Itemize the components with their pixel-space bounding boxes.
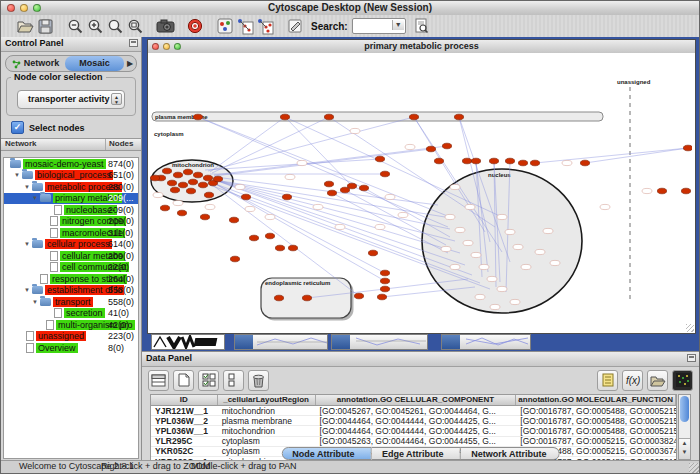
save-session-icon[interactable] xyxy=(35,17,55,36)
attribute-browser-tab[interactable]: Edge Attribute Browser xyxy=(372,447,461,460)
graph-node[interactable] xyxy=(454,114,463,120)
tab-mosaic[interactable]: Mosaic xyxy=(65,56,124,71)
tree-row[interactable]: nucleobase-209(0) xyxy=(4,204,138,216)
tree-row[interactable]: ▼transport558(0) xyxy=(4,296,138,308)
enhanced-search-icon[interactable] xyxy=(412,17,432,36)
tree-column-nodes[interactable]: Nodes xyxy=(105,139,133,150)
vizmapper-icon[interactable] xyxy=(215,17,235,36)
float-data-panel-icon[interactable] xyxy=(687,354,696,362)
graph-node[interactable] xyxy=(550,260,560,265)
tree-row[interactable]: ▼primary metabol209(... xyxy=(4,193,138,205)
graph-node[interactable] xyxy=(683,145,692,151)
tree-row[interactable]: macromolecule311(0) xyxy=(4,227,138,239)
graph-node[interactable] xyxy=(487,276,497,281)
minimized-frame-2[interactable] xyxy=(331,334,428,350)
table-row[interactable]: YJR121W__1mitochondrion[GO:0045267, GO:0… xyxy=(151,406,676,416)
graph-node[interactable] xyxy=(213,176,222,182)
graph-node[interactable] xyxy=(600,204,610,209)
tree-row[interactable]: unassigned223(0) xyxy=(4,331,138,343)
tree-expander-icon[interactable]: ▼ xyxy=(22,241,32,247)
graph-node[interactable] xyxy=(426,146,435,152)
graph-node[interactable] xyxy=(167,180,176,186)
graph-node[interactable] xyxy=(324,181,333,187)
graph-node[interactable] xyxy=(385,194,395,199)
delete-attribute-icon[interactable] xyxy=(248,370,269,391)
graph-node[interactable] xyxy=(497,214,507,219)
open-session-icon[interactable] xyxy=(15,17,35,36)
tree-row[interactable]: cell communicat22(0) xyxy=(4,262,138,274)
graph-node[interactable] xyxy=(340,187,349,193)
graph-node[interactable] xyxy=(245,206,255,211)
graph-node[interactable] xyxy=(442,143,451,149)
attribute-matrix-icon[interactable] xyxy=(672,370,693,391)
attribute-browser-tab[interactable]: Node Attribute Browser xyxy=(281,447,372,460)
graph-node[interactable] xyxy=(471,158,480,164)
network-view-frame[interactable]: primary metabolic process plasma membran… xyxy=(147,39,696,334)
graph-node[interactable] xyxy=(204,192,213,198)
tab-overflow-arrow-icon[interactable]: ▶ xyxy=(124,59,136,68)
float-panel-icon[interactable] xyxy=(129,39,138,47)
graph-node[interactable] xyxy=(302,295,311,301)
graph-node[interactable] xyxy=(188,179,197,185)
network-canvas[interactable]: plasma membrane cytoplasm nucleus mitoch… xyxy=(148,53,695,333)
table-column-header[interactable]: ID xyxy=(151,395,218,405)
table-row[interactable]: YPL036W__1mitochondrion[GO:0044464, GO:0… xyxy=(151,426,676,436)
import-attributes-icon[interactable] xyxy=(647,370,668,391)
tree-row[interactable]: ▼cellular process614(0) xyxy=(4,239,138,251)
help-icon[interactable] xyxy=(185,17,205,36)
graph-node[interactable] xyxy=(510,299,520,304)
graph-node[interactable] xyxy=(505,158,514,164)
graph-node[interactable] xyxy=(265,214,275,219)
graph-node[interactable] xyxy=(521,264,531,269)
tree-row[interactable]: Overview8(0) xyxy=(4,342,138,354)
graph-node[interactable] xyxy=(193,114,202,120)
search-dropdown-arrow-icon[interactable]: ▼ xyxy=(392,20,404,30)
graph-node[interactable] xyxy=(475,294,485,299)
graph-node[interactable] xyxy=(173,200,183,205)
graph-node[interactable] xyxy=(465,204,475,209)
select-nodes-checkbox[interactable]: ✓ xyxy=(11,121,24,134)
graph-node[interactable] xyxy=(375,224,385,229)
graph-node[interactable] xyxy=(463,240,473,245)
graph-node[interactable] xyxy=(324,114,333,120)
graph-node[interactable] xyxy=(193,172,202,178)
graph-node[interactable] xyxy=(409,114,418,120)
window-titlebar[interactable]: Cytoscape Desktop (New Session) xyxy=(1,1,699,16)
graph-node[interactable] xyxy=(162,168,171,174)
tree-column-network[interactable]: Network xyxy=(5,139,37,148)
graph-node[interactable] xyxy=(530,160,539,166)
background-frame-logo[interactable] xyxy=(151,334,225,350)
graph-node[interactable] xyxy=(297,160,307,165)
graph-node[interactable] xyxy=(235,184,245,189)
graph-node[interactable] xyxy=(450,184,460,189)
zoom-in-icon[interactable] xyxy=(85,17,105,36)
table-column-header[interactable]: annotation.GO CELLULAR_COMPONENT xyxy=(316,395,517,405)
search-input[interactable]: ▼ xyxy=(352,18,406,34)
graph-node[interactable] xyxy=(241,194,250,200)
table-column-header[interactable]: _cellularLayoutRegion xyxy=(218,395,316,405)
graph-node[interactable] xyxy=(377,294,386,300)
tree-row[interactable]: multi-organism pro42(0) xyxy=(4,319,138,331)
graph-node[interactable] xyxy=(359,185,368,191)
minimized-frame-3[interactable] xyxy=(441,334,531,350)
graph-node[interactable] xyxy=(380,278,389,284)
unselect-all-attributes-icon[interactable] xyxy=(223,370,244,391)
graph-node[interactable] xyxy=(490,304,500,309)
attribute-list-icon[interactable] xyxy=(597,370,618,391)
graph-node[interactable] xyxy=(471,252,481,257)
select-all-attributes-icon[interactable] xyxy=(198,370,219,391)
minimized-frame-1[interactable] xyxy=(234,334,328,350)
zoom-out-icon[interactable] xyxy=(65,17,85,36)
graph-node[interactable] xyxy=(489,158,498,164)
tree-row[interactable]: secretion41(0) xyxy=(4,308,138,320)
graph-node[interactable] xyxy=(274,295,283,301)
graph-node[interactable] xyxy=(380,270,389,276)
graph-node[interactable] xyxy=(518,160,527,166)
graph-node[interactable] xyxy=(513,244,523,249)
tab-network[interactable]: Network xyxy=(6,56,65,71)
graph-node[interactable] xyxy=(178,182,187,188)
graph-node[interactable] xyxy=(497,286,507,291)
graph-node[interactable] xyxy=(313,204,323,209)
tree-expander-icon[interactable]: ▼ xyxy=(12,172,22,178)
graph-node[interactable] xyxy=(462,158,471,164)
